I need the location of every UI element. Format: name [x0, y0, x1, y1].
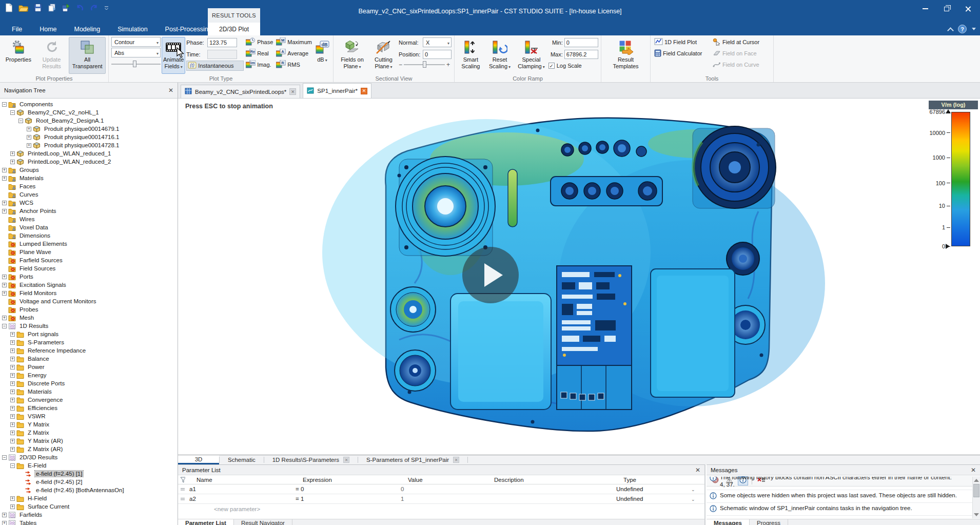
menu-modeling[interactable]: Modeling: [66, 23, 109, 35]
animate-fields-button[interactable]: Animate Fields: [162, 37, 185, 74]
panel-tab-messages[interactable]: Messages: [707, 519, 750, 525]
tree-item-discrete-ports[interactable]: +Discrete Ports: [0, 379, 178, 387]
tree-item-field-monitors[interactable]: +Field Monitors: [0, 289, 178, 297]
chevron-down-icon[interactable]: [689, 496, 697, 502]
tree-item-s-parameters[interactable]: +S-Parameters: [0, 338, 178, 346]
scroll-down-icon[interactable]: [974, 513, 979, 516]
tree-toggle-plus[interactable]: +: [10, 414, 15, 419]
position-slider[interactable]: [399, 61, 452, 68]
tree-item-e-field[interactable]: −E-Field: [0, 461, 178, 470]
field-calculator-button[interactable]: Field Calculator: [653, 48, 711, 59]
tree-toggle-plus[interactable]: +: [10, 373, 15, 378]
panel-tab-result-navigator[interactable]: Result Navigator: [234, 519, 292, 525]
field-on-face-button[interactable]: Field on Face: [712, 48, 769, 59]
tree-toggle-plus[interactable]: +: [10, 332, 15, 337]
tree-toggle-plus[interactable]: +: [10, 348, 15, 353]
tree-toggle-plus[interactable]: +: [10, 357, 15, 361]
tree-item-produit-physique00014679-1[interactable]: +Produit physique00014679.1: [0, 125, 178, 133]
close-tab-icon[interactable]: ✕: [289, 88, 296, 95]
tree-item-wcs[interactable]: +WCS: [0, 199, 178, 207]
component-select[interactable]: Abs: [111, 48, 161, 57]
position-input[interactable]: [423, 50, 452, 59]
parameter-type[interactable]: Undefined: [614, 486, 689, 492]
messages-scrollbar[interactable]: [972, 477, 980, 518]
tree-toggle-plus[interactable]: +: [2, 201, 7, 205]
tree-toggle-plus[interactable]: +: [27, 127, 31, 131]
slider-thumb[interactable]: [133, 61, 136, 67]
tree-item-reference-impedance[interactable]: +Reference Impedance: [0, 346, 178, 355]
close-tab-icon[interactable]: ✕: [453, 457, 459, 463]
tree-item-root-beamy2-designa-1[interactable]: −Root_Beamy2_DesignA.1: [0, 116, 178, 125]
tree-item-efficiencies[interactable]: +Efficiencies: [0, 404, 178, 412]
qat-save-icon[interactable]: [34, 4, 42, 13]
slider-thumb[interactable]: [423, 61, 426, 68]
close-tab-icon[interactable]: ✕: [343, 457, 349, 463]
tree-item-voltage-and-current-monitors[interactable]: Voltage and Current Monitors: [0, 297, 178, 305]
tree-toggle-plus[interactable]: +: [10, 406, 15, 411]
average-button[interactable]: AAverage: [275, 48, 313, 59]
tree-toggle-plus[interactable]: +: [10, 381, 15, 386]
imag-button[interactable]: ImImag.: [245, 60, 274, 70]
tree-toggle-plus[interactable]: +: [10, 390, 15, 394]
tree-item-y-matrix-ar[interactable]: +Y Matrix (AR): [0, 437, 178, 445]
help-icon[interactable]: ?: [958, 25, 967, 33]
tree-item-e-field-f-2-45-2[interactable]: e-field (f=2.45) [2]: [0, 478, 178, 486]
properties-button[interactable]: Properties: [3, 37, 34, 74]
tree-toggle-plus[interactable]: +: [10, 504, 15, 509]
tree-item-voxel-data[interactable]: Voxel Data: [0, 223, 178, 231]
tree-item-2d-3d-results[interactable]: −2D/3D Results: [0, 453, 178, 461]
normal-select[interactable]: X: [423, 37, 452, 47]
panel-tab-progress[interactable]: Progress: [750, 519, 788, 525]
panel-tab-parameter-list[interactable]: Parameter List: [178, 519, 234, 525]
field-plot-3d-model[interactable]: [179, 99, 980, 455]
rms-button[interactable]: RRMS: [275, 60, 313, 70]
tree-item-produit-physique00014716-1[interactable]: +Produit physique00014716.1: [0, 133, 178, 141]
instantaneous-button[interactable]: (t) Instantaneous: [186, 61, 244, 71]
tree-toggle-plus[interactable]: +: [10, 160, 15, 164]
tree-toggle-minus[interactable]: −: [10, 110, 15, 115]
doc-tab-sp1-innerpair[interactable]: SP1_innerPair*✕: [303, 83, 371, 98]
tree-toggle-plus[interactable]: +: [10, 151, 15, 156]
tree-item-excitation-signals[interactable]: +Excitation Signals: [0, 281, 178, 289]
reset-scaling-button[interactable]: Reset Scaling: [485, 37, 515, 74]
log-scale-checkbox[interactable]: Log Scale: [548, 61, 598, 70]
tree-item-probes[interactable]: Probes: [0, 305, 178, 314]
scroll-up-icon[interactable]: [974, 479, 979, 482]
result-templates-button[interactable]: Result Templates: [604, 37, 648, 74]
tree-toggle-plus[interactable]: +: [10, 422, 15, 427]
tree-toggle-plus[interactable]: +: [2, 513, 7, 517]
tree-item-groups[interactable]: +Groups: [0, 166, 178, 174]
tree-item-field-sources[interactable]: Field Sources: [0, 264, 178, 273]
tree-toggle-plus[interactable]: +: [10, 439, 15, 443]
tree-toggle-plus[interactable]: +: [2, 316, 7, 320]
menu-home[interactable]: Home: [31, 23, 65, 35]
qat-undo-icon[interactable]: [75, 4, 84, 13]
qat-copy-icon[interactable]: [48, 4, 56, 13]
tree-item-beamy2-cnc-v2-nohl-1[interactable]: −Beamy2_CNC_v2_noHL_1: [0, 108, 178, 116]
tree-item-dimensions[interactable]: Dimensions: [0, 231, 178, 240]
phase-button[interactable]: Phase: [245, 37, 274, 47]
tree-item-balance[interactable]: +Balance: [0, 355, 178, 363]
view-tab-schematic[interactable]: Schematic: [220, 455, 264, 464]
tree-item-printedloop-wlan-reduced-2[interactable]: +PrintedLoop_WLAN_reduced_2: [0, 158, 178, 166]
menu-simulation[interactable]: Simulation: [109, 23, 156, 35]
tree-toggle-plus[interactable]: +: [27, 135, 31, 140]
scrollbar-thumb[interactable]: [973, 484, 979, 497]
close-navigation-tree-icon[interactable]: ✕: [168, 87, 173, 94]
real-button[interactable]: ReReal: [245, 48, 274, 59]
tree-item-anchor-points[interactable]: +Anchor Points: [0, 207, 178, 215]
tree-item-ports[interactable]: +Ports: [0, 273, 178, 281]
close-tab-icon[interactable]: ✕: [361, 88, 367, 94]
menu-file[interactable]: File: [3, 23, 31, 35]
tree-toggle-minus[interactable]: −: [18, 119, 23, 123]
collapse-ribbon-icon[interactable]: [948, 28, 953, 31]
tree-toggle-plus[interactable]: +: [10, 447, 15, 452]
tree-toggle-plus[interactable]: +: [2, 168, 7, 172]
plot-style-select[interactable]: Contour: [111, 37, 161, 47]
qat-import-icon[interactable]: [62, 4, 70, 13]
tree-toggle-plus[interactable]: +: [2, 275, 7, 279]
chevron-down-icon[interactable]: [972, 28, 976, 30]
smart-scaling-button[interactable]: Smart Scaling: [457, 37, 484, 74]
view-tab-3d[interactable]: 3D: [178, 455, 219, 464]
qat-customize-quick-access-icon[interactable]: [104, 5, 109, 12]
